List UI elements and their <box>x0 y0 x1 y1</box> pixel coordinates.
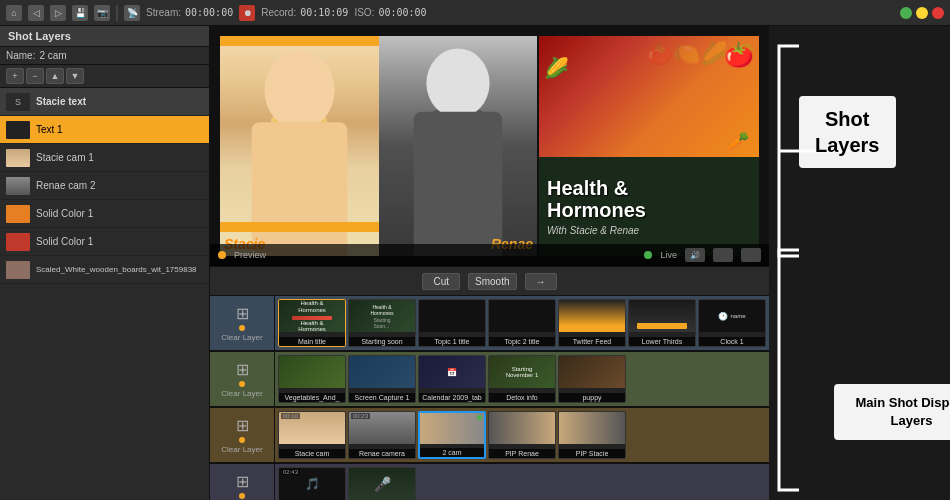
svg-rect-1 <box>271 116 327 236</box>
shot-card[interactable]: 2 cam <box>418 411 486 459</box>
row-4-cards: 02:43 🎵 Happy And Inspiring 🎤 system Aud… <box>275 464 419 500</box>
row-4-label: ⊞ Clear Layer <box>210 464 275 500</box>
shot-layers-bracket: ShotLayers <box>769 26 950 286</box>
svg-rect-5 <box>315 68 323 108</box>
shot-time: 00:23 <box>351 413 370 419</box>
cut-controls: Cut Smooth → <box>210 266 769 296</box>
shot-thumb: 🎤 <box>349 468 415 500</box>
shot-label: PIP Renae <box>489 449 555 458</box>
shot-thumb: 🕐 name <box>699 300 765 332</box>
dot-yellow[interactable] <box>916 7 928 19</box>
row-2-icon: ⊞ <box>236 360 249 379</box>
list-item[interactable]: Stacie cam 1 <box>0 144 209 172</box>
preview-main: Stacie <box>220 36 537 256</box>
svg-point-3 <box>275 56 323 87</box>
app-container: ⌂ ◁ ▷ 💾 📷 📡 Stream: 00:00:00 ⏺ Record: 0… <box>0 0 950 500</box>
orange-bar-bot <box>220 222 379 232</box>
list-item[interactable]: Scaled_White_wooden_boards_wit_1759838 <box>0 256 209 284</box>
shot-row-2: ⊞ Clear Layer Vegetables_And_ Screen Cap… <box>210 352 769 408</box>
shot-thumb <box>629 300 695 332</box>
list-item[interactable]: Solid Color 1 <box>0 200 209 228</box>
main-shot-display-bracket: Main Shot DisplayLayers <box>769 240 950 500</box>
toolbar-icon-back[interactable]: ◁ <box>28 5 44 21</box>
dot-green[interactable] <box>900 7 912 19</box>
shot-row-3: ⊞ Clear Layer 00:10 Stacie cam 00:23 <box>210 408 769 464</box>
preview-dot-orange <box>218 251 226 259</box>
health-subtitle: With Stacie & Renae <box>547 225 751 236</box>
toolbar-icon-fwd[interactable]: ▷ <box>50 5 66 21</box>
shot-label: Stacie cam <box>279 449 345 458</box>
shot-card[interactable]: 🎤 system Audio <box>348 467 416 500</box>
move-down-btn[interactable]: ▼ <box>66 68 84 84</box>
shot-card[interactable]: PIP Renae <box>488 411 556 459</box>
stream-time: 00:00:00 <box>185 7 233 18</box>
shot-card[interactable]: Lower Thirds <box>628 299 696 347</box>
row-3-label: ⊞ Clear Layer <box>210 408 275 462</box>
shot-row-1: ⊞ Clear Layer Health &Hormones Main titl… <box>210 296 769 352</box>
toolbar-record-btn[interactable]: ⏺ <box>239 5 255 21</box>
toolbar-record-info: Record: 00:10:09 <box>261 7 348 18</box>
shot-card[interactable]: 02:43 🎵 Happy And Inspiring <box>278 467 346 500</box>
shot-label: puppy <box>559 393 625 402</box>
preview-dot-green <box>644 251 652 259</box>
shot-label: 2 cam <box>420 448 484 457</box>
shot-label: Vegetables_And_ <box>279 393 345 402</box>
shot-label: Starting soon <box>349 337 415 346</box>
shot-dot <box>477 415 482 420</box>
move-up-btn[interactable]: ▲ <box>46 68 64 84</box>
list-item[interactable]: S Stacie text <box>0 88 209 116</box>
svg-rect-4 <box>275 68 283 108</box>
row-4-dot <box>239 493 245 499</box>
shot-thumb <box>349 356 415 388</box>
left-panel: Shot Layers Name: 2 cam + − ▲ ▼ S Stacie… <box>0 26 210 500</box>
name-label: Name: <box>6 50 35 61</box>
dot-red[interactable] <box>932 7 944 19</box>
list-item[interactable]: Text 1 <box>0 116 209 144</box>
health-bg: 🍅 🌽 🥕 Health &Hormones With Stacie & Ren… <box>539 36 759 256</box>
shot-card[interactable]: Screen Capture 1 <box>348 355 416 403</box>
panel-header: Shot Layers <box>0 26 209 47</box>
shot-card[interactable]: Topic 2 title <box>488 299 556 347</box>
shot-card[interactable]: Health &Hormones StartingSoon... Startin… <box>348 299 416 347</box>
record-label: Record: <box>261 7 296 18</box>
row-1-text: Clear Layer <box>221 333 262 342</box>
svg-point-6 <box>438 69 478 113</box>
add-layer-btn[interactable]: + <box>6 68 24 84</box>
shot-card[interactable]: Starting November 1 Detox info <box>488 355 556 403</box>
health-title: Health &Hormones <box>547 177 751 221</box>
shot-thumb: Starting November 1 <box>489 356 555 388</box>
list-item[interactable]: Solid Color 1 <box>0 228 209 256</box>
layer-list: S Stacie text Text 1 Stacie cam 1 Renae … <box>0 88 209 284</box>
shot-card[interactable]: puppy <box>558 355 626 403</box>
shot-card[interactable]: 00:10 Stacie cam <box>278 411 346 459</box>
smooth-select[interactable]: Smooth <box>468 273 516 290</box>
shot-thumb <box>559 412 625 444</box>
toolbar-icon-cam[interactable]: 📷 <box>94 5 110 21</box>
svg-point-8 <box>436 60 480 88</box>
shot-card[interactable]: 🕐 name Clock 1 <box>698 299 766 347</box>
transition-arrow[interactable]: → <box>525 273 557 290</box>
list-item[interactable]: Renae cam 2 <box>0 172 209 200</box>
cut-button[interactable]: Cut <box>422 273 460 290</box>
shot-card[interactable]: Twitter Feed <box>558 299 626 347</box>
shot-card[interactable]: Topic 1 title <box>418 299 486 347</box>
remove-layer-btn[interactable]: − <box>26 68 44 84</box>
preview-label: Preview <box>234 250 266 260</box>
toolbar-right <box>900 7 944 19</box>
preview-area: Stacie <box>210 26 769 266</box>
shot-thumb <box>559 356 625 388</box>
layer-thumb <box>6 149 30 167</box>
shot-card[interactable]: Health &Hormones Main title <box>278 299 346 347</box>
shot-layers-label: ShotLayers <box>799 96 896 168</box>
svg-rect-2 <box>274 116 324 196</box>
shot-card[interactable]: Vegetables_And_ <box>278 355 346 403</box>
shot-card[interactable]: 📅 Calendar 2009_tab <box>418 355 486 403</box>
iso-time: 00:00:00 <box>378 7 426 18</box>
shot-card[interactable]: 00:23 Renae camera <box>348 411 416 459</box>
main-shot-display-label: Main Shot DisplayLayers <box>834 384 950 440</box>
iso-label: ISO: <box>354 7 374 18</box>
toolbar-icon-save[interactable]: 💾 <box>72 5 88 21</box>
shot-card[interactable]: PIP Stacie <box>558 411 626 459</box>
row-3-cards: 00:10 Stacie cam 00:23 Renae camera <box>275 408 629 462</box>
toolbar-icon-home[interactable]: ⌂ <box>6 5 22 21</box>
